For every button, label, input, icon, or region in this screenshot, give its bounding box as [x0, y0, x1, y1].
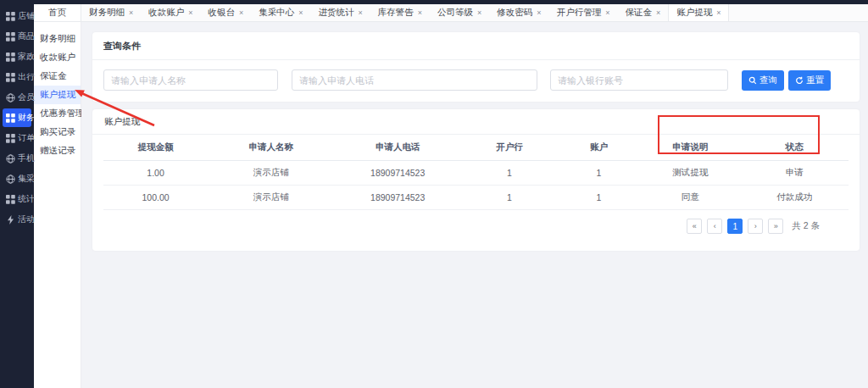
applicant-name-input[interactable]	[103, 69, 278, 91]
tab-进货统计[interactable]: 进货统计×	[311, 4, 370, 21]
close-icon[interactable]: ×	[129, 9, 133, 17]
withdraw-table-panel: 账户提现 提现金额申请人名称申请人电话开户行账户申请说明状态 1.00演示店铺1…	[92, 109, 860, 251]
bank-account-input[interactable]	[550, 69, 728, 91]
close-icon[interactable]: ×	[188, 9, 192, 17]
sidebar-item-出行[interactable]: 出行	[3, 68, 31, 86]
search-buttons: 查询 重置	[742, 70, 835, 91]
close-icon[interactable]: ×	[359, 9, 363, 17]
table-cell: 同意	[640, 186, 741, 210]
sidebar-item-label: 统计	[18, 193, 35, 205]
page-last-button[interactable]: »	[768, 219, 783, 234]
close-icon[interactable]: ×	[477, 9, 481, 17]
panel-tab-withdraw[interactable]: 账户提现	[92, 109, 152, 134]
close-icon[interactable]: ×	[239, 9, 243, 17]
applicant-phone-input[interactable]	[292, 69, 537, 91]
sidebar-item-财务[interactable]: 财务	[3, 108, 31, 127]
app-window: 店铺商品家政出行会员财务订单手机集采统计活动 首页 财务明细×收款账户×收银台×…	[0, 0, 868, 388]
table-header-row: 提现金额申请人名称申请人电话开户行账户申请说明状态	[103, 135, 849, 161]
page-first-button[interactable]: «	[687, 219, 702, 234]
table-cell: 申请	[741, 161, 849, 186]
bolt-icon	[6, 215, 15, 224]
table-cell: 1	[461, 161, 558, 186]
close-icon[interactable]: ×	[656, 9, 660, 17]
sidebar-item-家政[interactable]: 家政	[3, 47, 31, 66]
withdraw-table: 提现金额申请人名称申请人电话开户行账户申请说明状态 1.00演示店铺189097…	[103, 135, 849, 210]
grid-icon	[6, 32, 15, 42]
column-header-申请人电话: 申请人电话	[334, 135, 460, 161]
sidebar-item-商品[interactable]: 商品	[3, 27, 31, 46]
main-content: 查询条件 查询 重置	[81, 22, 868, 388]
close-icon[interactable]: ×	[298, 9, 303, 17]
column-header-状态: 状态	[741, 135, 849, 161]
sidebar-item-label: 财务	[18, 112, 35, 124]
search-icon	[748, 76, 757, 85]
grid-icon	[6, 53, 15, 62]
tab-收款账户[interactable]: 收款账户×	[141, 4, 200, 21]
tab-修改密码[interactable]: 修改密码×	[489, 4, 548, 21]
pagination: « ‹ 1 › » 共 2 条	[103, 210, 849, 244]
sidebar-item-label: 手机	[18, 152, 35, 164]
column-header-开户行: 开户行	[461, 135, 558, 161]
sidebar-item-订单[interactable]: 订单	[3, 129, 31, 147]
tab-label: 集采中心	[259, 7, 294, 19]
tab-公司等级[interactable]: 公司等级×	[430, 4, 489, 21]
close-icon[interactable]: ×	[418, 9, 422, 17]
close-icon[interactable]: ×	[716, 9, 721, 17]
refresh-icon	[795, 76, 804, 85]
close-icon[interactable]: ×	[537, 9, 541, 17]
sidebar-item-统计[interactable]: 统计	[3, 190, 31, 208]
sidebar-item-label: 出行	[18, 71, 35, 83]
table-cell: 100.00	[103, 186, 208, 210]
sidebar-item-手机[interactable]: 手机	[3, 149, 31, 168]
sidebar-item-活动[interactable]: 活动	[3, 210, 31, 229]
search-panel-title: 查询条件	[92, 32, 860, 60]
close-icon[interactable]: ×	[605, 9, 609, 17]
reset-button[interactable]: 重置	[788, 70, 831, 91]
table-cell: 18909714523	[334, 161, 460, 186]
submenu-item-优惠券管理[interactable]: 优惠券管理	[34, 104, 81, 123]
pagination-total: 共 2 条	[792, 220, 820, 232]
tab-库存警告[interactable]: 库存警告×	[370, 4, 430, 21]
sidebar-item-集采[interactable]: 集采	[3, 169, 31, 188]
submenu-item-收款账户[interactable]: 收款账户	[34, 48, 81, 67]
tab-收银台[interactable]: 收银台×	[201, 4, 252, 21]
table-cell: 付款成功	[741, 186, 849, 210]
search-button[interactable]: 查询	[742, 70, 784, 91]
submenu-item-账户提现[interactable]: 账户提现	[34, 86, 81, 104]
tab-label: 收银台	[209, 7, 236, 19]
right-column: 首页 财务明细×收款账户×收银台×集采中心×进货统计×库存警告×公司等级×修改密…	[34, 0, 868, 388]
tab-home[interactable]: 首页	[34, 4, 81, 21]
table-cell: 1	[461, 186, 558, 210]
sidebar-item-店铺[interactable]: 店铺	[3, 7, 31, 25]
tab-财务明细[interactable]: 财务明细×	[81, 4, 141, 21]
tab-集采中心[interactable]: 集采中心×	[251, 4, 310, 21]
column-header-申请人名称: 申请人名称	[208, 135, 334, 161]
tab-保证金[interactable]: 保证金×	[617, 4, 668, 21]
grid-icon	[6, 73, 15, 82]
sidebar-item-label: 集采	[18, 173, 35, 185]
sidebar-item-label: 店铺	[18, 10, 35, 22]
table-cell: 演示店铺	[208, 186, 334, 210]
submenu-item-购买记录[interactable]: 购买记录	[34, 123, 81, 141]
globe-icon	[6, 154, 15, 164]
page-prev-button[interactable]: ‹	[707, 219, 722, 234]
tab-开户行管理[interactable]: 开户行管理×	[549, 4, 618, 21]
sidebar-item-label: 商品	[18, 30, 35, 42]
tab-label: 库存警告	[378, 7, 414, 19]
tab-label: 进货统计	[319, 7, 354, 19]
table-cell: 1	[558, 186, 640, 210]
tab-label: 公司等级	[437, 7, 473, 19]
page-1-button[interactable]: 1	[727, 219, 743, 234]
tab-账户提现[interactable]: 账户提现×	[668, 4, 729, 21]
globe-icon	[6, 93, 15, 103]
search-row: 查询 重置	[92, 60, 860, 102]
secondary-sidebar: 财务明细收款账户保证金账户提现优惠券管理购买记录赠送记录	[34, 22, 81, 388]
submenu-item-财务明细[interactable]: 财务明细	[34, 30, 81, 48]
page-next-button[interactable]: ›	[748, 219, 763, 234]
column-header-账户: 账户	[558, 135, 640, 161]
submenu-item-赠送记录[interactable]: 赠送记录	[34, 141, 81, 160]
sidebar-item-会员[interactable]: 会员	[3, 88, 31, 107]
grid-icon	[6, 114, 15, 123]
submenu-item-保证金[interactable]: 保证金	[34, 67, 81, 86]
sidebar-item-label: 会员	[18, 91, 35, 103]
